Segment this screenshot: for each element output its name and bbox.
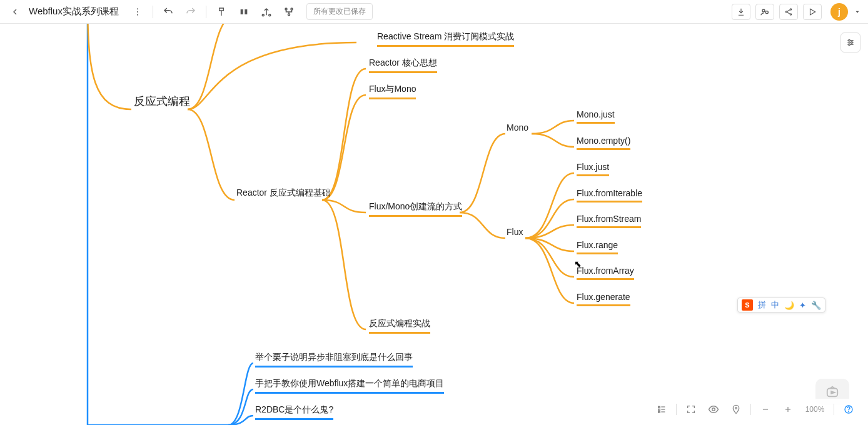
node-reactor-base[interactable]: Reactor 反应式编程基础	[236, 188, 331, 201]
avatar-menu-chevron[interactable]	[853, 3, 862, 21]
separator	[834, 404, 834, 415]
svg-rect-26	[659, 409, 660, 410]
ime-zhong[interactable]: 中	[771, 299, 779, 311]
node-reactive-practice[interactable]: 反应式编程实战	[369, 318, 430, 334]
insert-button[interactable]	[258, 3, 275, 21]
style-button[interactable]	[235, 3, 253, 21]
node-flux-from-iterable[interactable]: Flux.fromIterable	[577, 188, 642, 202]
svg-point-5	[262, 14, 264, 16]
zoom-level[interactable]: 100%	[802, 405, 827, 414]
redo-button[interactable]	[182, 3, 199, 21]
node-flux-from-array[interactable]: Flux.fromArray	[577, 266, 634, 280]
svg-point-7	[285, 8, 287, 10]
locate-button[interactable]	[728, 401, 744, 418]
node-reactor-core[interactable]: Reactor 核心思想	[369, 58, 437, 73]
svg-rect-4	[245, 9, 247, 14]
ime-logo-icon: S	[742, 299, 753, 311]
svg-point-21	[851, 42, 853, 44]
svg-point-22	[849, 44, 850, 46]
node-mono-empty[interactable]: Mono.empty()	[577, 136, 630, 150]
bottom-toolbar: 100%	[648, 399, 862, 420]
svg-point-37	[849, 411, 849, 412]
node-reactive-programming[interactable]: 反应式编程	[134, 94, 190, 111]
svg-point-1	[137, 11, 138, 12]
node-mono[interactable]: Mono	[507, 122, 528, 135]
help-button[interactable]	[840, 401, 857, 418]
svg-point-9	[288, 14, 290, 16]
svg-marker-16	[856, 11, 859, 12]
panel-toggle-button[interactable]	[840, 32, 860, 52]
back-button[interactable]	[6, 3, 24, 21]
svg-point-13	[785, 11, 787, 12]
ime-sparkle-icon[interactable]: ✦	[799, 301, 806, 310]
mindmap-canvas[interactable]: Reactive Stream 反应式流 Reactive Stream核心思想…	[0, 0, 868, 425]
outline-button[interactable]	[654, 401, 670, 418]
separator	[153, 6, 153, 18]
separator	[676, 404, 677, 415]
node-flux-generate[interactable]: Flux.generate	[577, 292, 630, 306]
svg-marker-24	[831, 391, 835, 394]
separator	[206, 6, 206, 18]
download-button[interactable]	[732, 4, 750, 20]
relation-button[interactable]	[280, 3, 298, 21]
svg-point-6	[269, 14, 271, 16]
node-async-example[interactable]: 举个栗子说明异步非阻塞到底是什么回事	[255, 352, 413, 368]
format-painter-button[interactable]	[213, 3, 230, 21]
zoom-in-button[interactable]	[780, 401, 796, 418]
fit-button[interactable]	[683, 401, 699, 418]
node-r2dbc[interactable]: R2DBC是个什么鬼?	[255, 404, 333, 420]
ime-toolbar[interactable]: S 拼 中 🌙 ✦ 🔧	[737, 298, 825, 312]
separator	[750, 404, 751, 415]
top-toolbar: Webflux实战系列课程 所有更改已保存 j	[0, 0, 868, 24]
svg-point-8	[291, 8, 293, 10]
ime-moon-icon[interactable]: 🌙	[784, 301, 794, 310]
svg-rect-27	[659, 411, 660, 412]
svg-point-10	[762, 9, 765, 12]
svg-point-11	[765, 11, 768, 13]
svg-point-14	[790, 13, 791, 14]
node-rs-consume[interactable]: Reactive Stream 消费订阅模式实战	[377, 31, 514, 47]
svg-point-32	[735, 408, 737, 409]
node-flux-mono[interactable]: Flux与Mono	[369, 84, 416, 99]
svg-point-20	[849, 39, 850, 41]
avatar[interactable]: j	[830, 3, 848, 21]
svg-point-0	[137, 8, 138, 9]
node-flux[interactable]: Flux	[507, 227, 523, 239]
node-flux-from-stream[interactable]: Flux.fromStream	[577, 214, 641, 228]
ime-pinyin[interactable]: 拼	[758, 299, 766, 311]
ime-settings-icon[interactable]: 🔧	[811, 301, 821, 310]
collaborate-button[interactable]	[755, 4, 774, 20]
present-button[interactable]	[803, 4, 822, 20]
zoom-out-button[interactable]	[757, 401, 774, 418]
node-flux-just[interactable]: Flux.just	[577, 162, 609, 176]
svg-rect-3	[241, 9, 243, 14]
focus-button[interactable]	[705, 401, 722, 418]
more-menu-button[interactable]	[129, 3, 146, 21]
node-mono-just[interactable]: Mono.just	[577, 109, 615, 124]
save-status: 所有更改已保存	[306, 3, 373, 20]
svg-point-2	[137, 14, 138, 15]
svg-marker-15	[810, 9, 815, 14]
svg-rect-25	[659, 406, 660, 408]
node-webflux-shop[interactable]: 手把手教你使用Webflux搭建一个简单的电商项目	[255, 378, 444, 394]
svg-point-31	[712, 408, 715, 411]
node-flux-mono-create[interactable]: Flux/Mono创建流的方式	[369, 201, 462, 217]
doc-title: Webflux实战系列课程	[29, 6, 119, 18]
share-button[interactable]	[779, 4, 798, 20]
svg-point-12	[790, 8, 791, 9]
node-flux-range[interactable]: Flux.range	[577, 240, 618, 254]
undo-button[interactable]	[159, 3, 177, 21]
